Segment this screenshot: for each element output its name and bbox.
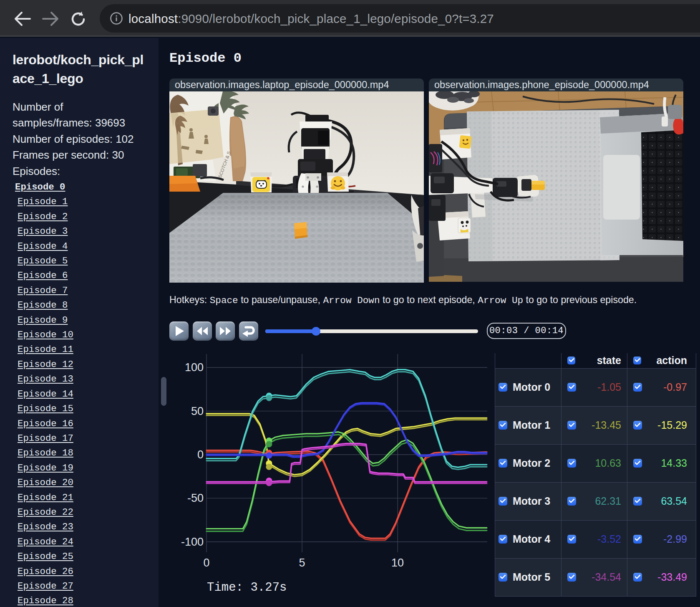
svg-text:10: 10 [391,556,404,569]
svg-text:-100: -100 [181,536,204,548]
svg-text:50: 50 [191,405,204,417]
svg-text:5: 5 [299,556,305,569]
svg-text:0: 0 [197,448,204,461]
svg-text:0: 0 [203,556,209,569]
svg-text:-50: -50 [187,492,204,504]
svg-text:100: 100 [185,361,204,374]
svg-text:Time: 3.27s: Time: 3.27s [207,581,287,594]
